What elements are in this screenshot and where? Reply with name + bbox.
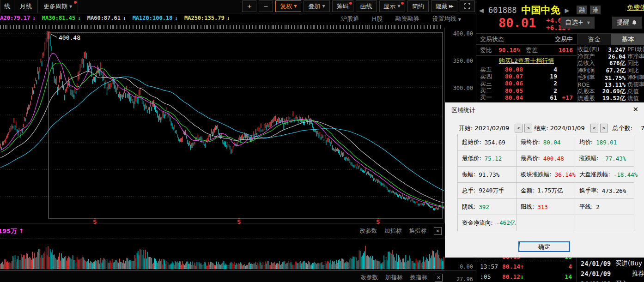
double-arrow-icon: ▶▶ [449,4,453,8]
volume-close-icon[interactable]: ✕ [434,227,442,235]
tick-list: 80.151313:5780.14↑4:0580.12↓1480.10↑24 [476,258,577,282]
toolbar-simple[interactable]: 简约 [407,0,429,12]
stock-name: 中国中免 [521,4,560,17]
toolbar-chips[interactable]: 筹码 [332,0,353,12]
top-toolbar: 线月线更多周期▼ +−复权▼叠加▼筹码画线显示▼简约隐藏▶▶ [0,0,476,13]
toolbar-zoom-out[interactable]: − [259,0,273,12]
price-axis-label: 300.00 [446,85,473,91]
toolbar-period-partial[interactable]: 线 [0,0,14,13]
toolbar-overlay[interactable]: 叠加▼ [304,0,329,12]
fundamental-right-label: 流值 [627,95,639,102]
volume-axis-zero: 0.00 [446,264,473,270]
toolbar-draw-line[interactable]: 画线 [356,0,377,12]
weibi-label: 委比 [480,46,492,54]
trade-log: 24/01/09买进(Buy24/01/09推荐24/01/09买入 [577,258,644,282]
stat-label: 阳线: [521,203,534,211]
fundamental-value: 19.52亿 [601,95,626,102]
stat-label: 平线: [579,203,593,211]
fundamental-value: 13.11% [601,81,626,88]
fundamental-label: ROE [577,81,601,88]
dialog-close-icon[interactable]: ✕ [632,105,638,114]
volume-switch-indicator[interactable]: 换指标 [409,227,427,235]
volume-add-indicator[interactable]: 加指标 [384,227,402,235]
l2-quote-link[interactable]: 购买L2查看十档行情 [499,57,554,65]
stat-label: 资金净流向: [462,219,493,227]
stat-label: 涨跌幅: [579,155,599,162]
toolbar-zoom-in[interactable]: + [242,0,256,12]
toolbar-fullscreen[interactable] [460,0,475,12]
bottom-close-icon[interactable]: ✕ [435,274,443,282]
ask-row: 卖一80.0461+17 [476,94,577,101]
stat-label: 大盘涨跌幅: [579,171,610,179]
stat-cell: 最高价:400.48 [516,150,575,167]
region-selection-box[interactable] [49,32,443,218]
volume-value-label: 195万 ↑ [0,227,24,235]
volume-pane[interactable]: 195万 ↑ 改参数加指标换指标✕ [0,223,444,270]
tab-funds[interactable]: 资金 [577,34,611,45]
fundamental-value: 67.2亿 [601,67,626,75]
end-prev-button[interactable]: < [590,124,598,132]
ask-price: 80.04 [505,94,523,101]
stat-cell [575,215,634,231]
volume-change-params[interactable]: 改参数 [360,227,377,235]
add-watchlist-button[interactable]: 自选+▼ [560,17,595,29]
subtool-hugutong[interactable]: 沪股通 [341,15,359,23]
ask-qty: 61 [550,94,557,101]
volume-canvas[interactable] [0,238,444,270]
fullscreen-icon [464,3,470,9]
tick-row: :0580.12↓14 [476,272,577,281]
subtool-ma-settings[interactable]: 设置均线▼ [432,15,461,23]
free-trial-link[interactable]: 免费体 [627,4,644,12]
tick-up-arrow-icon: ↑ [520,263,524,270]
toolbar-more-periods[interactable]: 更多周期▼ [38,0,78,13]
tab-basics[interactable]: 基本 [611,34,644,45]
fundamental-row: 收益(四)3.247PE(动) [577,46,644,53]
stat-cell: 阴线:392 [458,199,516,215]
stat-value: 9240万手 [479,187,504,195]
toolbar-display[interactable]: 显示▼ [379,0,405,12]
stat-value: 36.14% [555,171,576,178]
chevron-down-icon: ▼ [294,4,297,8]
fundamental-row: 净资产26.04市净率 [577,53,644,60]
ma-legend: MA20:79.17↓MA30:81.45↓MA60:87.61↓MA120:1… [0,15,230,21]
stat-cell: 振幅:91.73% [458,167,516,183]
stat-cell: 平线:2 [575,199,634,215]
quote-block: 交易状态 交易中 委比 90.18% 委差 1616 购买L2查看十档行情 卖五… [476,34,577,101]
toolbar-fuquan[interactable]: 复权▼ [275,0,301,12]
toolbar-period-month[interactable]: 月线 [14,0,38,13]
next-stock-arrow[interactable]: ▶ [565,7,569,14]
tick-price: 80.14↑ [502,263,538,270]
bottom-indicator-bar: 改参数加指标换指标✕ [0,270,476,282]
stat-value: 392 [479,204,489,210]
fundamental-row: 总收入676亿同比 [577,60,644,67]
bottom-add-indicator[interactable]: 加指标 [385,274,403,282]
subtool-margin-trading[interactable]: 融资融券 [395,15,419,23]
start-prev-button[interactable]: < [515,124,522,132]
candlestick-canvas[interactable]: 400.48 [0,28,444,223]
alert-button[interactable]: 提醒 [612,17,642,29]
stat-cell: 均价:189.01 [575,134,634,150]
start-label: 开始: [459,124,473,132]
stat-value: -462亿 [496,219,516,227]
stat-value: 473.26% [602,187,626,194]
start-next-button[interactable]: > [524,124,532,132]
main-chart[interactable]: 400.48 [0,28,444,223]
ok-button[interactable]: 确定 [518,241,570,252]
bottom-change-params[interactable]: 改参数 [361,274,378,282]
tick-qty: 4 [538,263,577,270]
stock-code: 601888 [488,6,516,15]
stat-value: 400.48 [543,155,564,162]
chevron-down-icon: ▼ [398,4,401,8]
fundamental-row: ROE13.11%负债率 [577,81,644,88]
bottom-switch-indicator[interactable]: 换指标 [410,274,428,282]
trade-log-date: 24/01/09 [581,280,611,282]
subtool-h-share[interactable]: H股 [372,15,383,23]
end-next-button[interactable]: > [600,124,608,132]
trade-log-text: 买入 [615,280,628,282]
fundamental-value: 3.247 [601,46,626,53]
stat-cell: 大盘涨跌幅:-18.44% [575,167,634,183]
prev-stock-arrow[interactable]: ◀ [479,7,484,14]
stat-cell: 资金净流向:-462亿 [458,215,516,231]
fundamentals-list: 收益(四)3.247PE(动)净资产26.04市净率总收入676亿同比净利润67… [577,46,644,102]
toolbar-hide[interactable]: 隐藏▶▶ [431,0,457,12]
